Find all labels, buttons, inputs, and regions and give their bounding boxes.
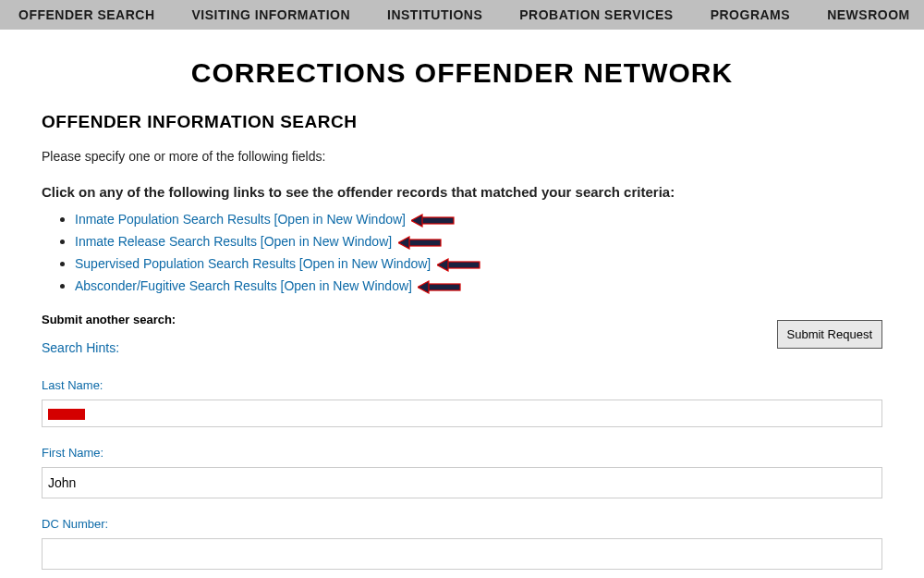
supervised-population-link[interactable]: Supervised Population Search Results [Op…: [75, 256, 431, 271]
inmate-population-link[interactable]: Inmate Population Search Results [Open i…: [75, 212, 406, 227]
first-name-label: First Name:: [42, 446, 882, 460]
absconder-fugitive-link[interactable]: Absconder/Fugitive Search Results [Open …: [75, 278, 412, 293]
nav-institutions[interactable]: INSTITUTIONS: [387, 7, 482, 22]
result-item: Absconder/Fugitive Search Results [Open …: [75, 277, 882, 294]
redacted-value: [48, 409, 85, 420]
svg-rect-6: [427, 284, 460, 290]
nav-programs[interactable]: PROGRAMS: [711, 7, 790, 22]
submit-request-button[interactable]: Submit Request: [777, 320, 883, 349]
last-name-input[interactable]: [42, 400, 882, 427]
result-item: Inmate Population Search Results [Open i…: [75, 211, 882, 228]
dc-number-label: DC Number:: [42, 517, 882, 531]
submit-another-label: Submit another search:: [42, 313, 882, 326]
last-name-label: Last Name:: [42, 378, 882, 392]
instruction-text: Please specify one or more of the follow…: [42, 149, 882, 164]
svg-rect-2: [407, 240, 441, 246]
arrow-icon: [411, 213, 456, 228]
search-hints-link[interactable]: Search Hints:: [42, 340, 119, 355]
arrow-icon: [437, 257, 481, 272]
nav-probation-services[interactable]: PROBATION SERVICES: [519, 7, 673, 22]
results-list: Inmate Population Search Results [Open i…: [42, 211, 882, 294]
svg-marker-1: [411, 215, 422, 227]
inmate-release-link[interactable]: Inmate Release Search Results [Open in N…: [75, 234, 392, 249]
svg-marker-7: [418, 281, 429, 293]
svg-marker-5: [437, 259, 448, 271]
first-name-input[interactable]: [42, 467, 882, 498]
svg-marker-3: [398, 237, 409, 249]
results-instruction: Click on any of the following links to s…: [42, 184, 882, 200]
page-title: CORRECTIONS OFFENDER NETWORK: [42, 57, 882, 89]
nav-offender-search[interactable]: OFFENDER SEARCH: [18, 7, 155, 22]
result-item: Supervised Population Search Results [Op…: [75, 255, 882, 272]
section-title: OFFENDER INFORMATION SEARCH: [42, 112, 882, 132]
svg-rect-4: [446, 262, 480, 268]
result-item: Inmate Release Search Results [Open in N…: [75, 233, 882, 250]
arrow-icon: [398, 235, 443, 250]
arrow-icon: [418, 279, 462, 294]
nav-newsroom[interactable]: NEWSROOM: [827, 7, 910, 22]
svg-rect-0: [420, 217, 454, 224]
dc-number-input[interactable]: [42, 538, 882, 570]
top-navbar: OFFENDER SEARCH VISITING INFORMATION INS…: [0, 0, 924, 30]
nav-visiting-information[interactable]: VISITING INFORMATION: [192, 7, 351, 22]
